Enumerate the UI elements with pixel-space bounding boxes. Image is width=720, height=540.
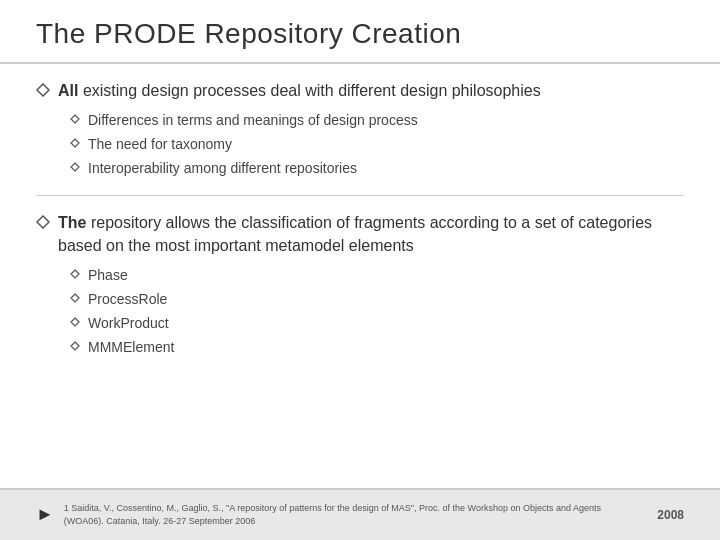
sub-bullets-1: Differences in terms and meanings of des… — [70, 110, 684, 179]
sub-diamond-icon-1-1 — [70, 114, 80, 124]
main-bullet-1-rest: existing design processes deal with diff… — [83, 82, 541, 99]
main-diamond-icon-1 — [36, 83, 50, 97]
main-bullet-1: All existing design processes deal with … — [36, 80, 684, 102]
sub-bullet-2-4: MMMElement — [70, 337, 684, 358]
sub-bullet-2-3-text: WorkProduct — [88, 313, 169, 334]
main-bullet-2: The repository allows the classification… — [36, 212, 684, 257]
svg-marker-6 — [71, 294, 79, 302]
footer-year: 2008 — [657, 508, 684, 522]
svg-marker-2 — [71, 139, 79, 147]
slide: The PRODE Repository Creation All existi… — [0, 0, 720, 540]
sub-bullet-1-2: The need for taxonomy — [70, 134, 684, 155]
sub-diamond-icon-2-1 — [70, 269, 80, 279]
footer-arrow-icon: ► — [36, 504, 54, 525]
section-2: The repository allows the classification… — [36, 212, 684, 358]
svg-marker-3 — [71, 163, 79, 171]
svg-marker-0 — [37, 84, 49, 96]
main-diamond-icon-2 — [36, 215, 50, 229]
sub-bullet-1-3-text: Interoperability among different reposit… — [88, 158, 357, 179]
slide-title: The PRODE Repository Creation — [36, 18, 684, 50]
footer-left: ► 1 Saidita, V., Cossentino, M., Gaglio,… — [36, 502, 624, 527]
footer-bar: ► 1 Saidita, V., Cossentino, M., Gaglio,… — [0, 488, 720, 540]
section-1: All existing design processes deal with … — [36, 80, 684, 179]
sub-diamond-icon-1-3 — [70, 162, 80, 172]
sub-bullet-2-2: ProcessRole — [70, 289, 684, 310]
sub-bullet-2-4-text: MMMElement — [88, 337, 174, 358]
sub-bullet-1-1: Differences in terms and meanings of des… — [70, 110, 684, 131]
svg-marker-5 — [71, 270, 79, 278]
sub-bullet-2-2-text: ProcessRole — [88, 289, 167, 310]
title-bar: The PRODE Repository Creation — [0, 0, 720, 64]
svg-marker-1 — [71, 115, 79, 123]
sub-bullet-1-2-text: The need for taxonomy — [88, 134, 232, 155]
sub-bullet-1-1-text: Differences in terms and meanings of des… — [88, 110, 418, 131]
main-bullet-2-rest: repository allows the classification of … — [58, 214, 652, 253]
sub-bullet-2-1: Phase — [70, 265, 684, 286]
sub-bullet-2-1-text: Phase — [88, 265, 128, 286]
sub-diamond-icon-1-2 — [70, 138, 80, 148]
sub-diamond-icon-2-4 — [70, 341, 80, 351]
svg-marker-7 — [71, 318, 79, 326]
main-bullet-1-text: All existing design processes deal with … — [58, 80, 541, 102]
main-bullet-2-text: The repository allows the classification… — [58, 212, 684, 257]
footer-citation: 1 Saidita, V., Cossentino, M., Gaglio, S… — [64, 502, 624, 527]
sub-diamond-icon-2-2 — [70, 293, 80, 303]
sub-bullets-2: Phase ProcessRole WorkProduct — [70, 265, 684, 358]
sub-bullet-1-3: Interoperability among different reposit… — [70, 158, 684, 179]
sub-diamond-icon-2-3 — [70, 317, 80, 327]
svg-marker-8 — [71, 342, 79, 350]
svg-marker-4 — [37, 216, 49, 228]
sub-bullet-2-3: WorkProduct — [70, 313, 684, 334]
section-divider — [36, 195, 684, 196]
content-area: All existing design processes deal with … — [0, 64, 720, 488]
